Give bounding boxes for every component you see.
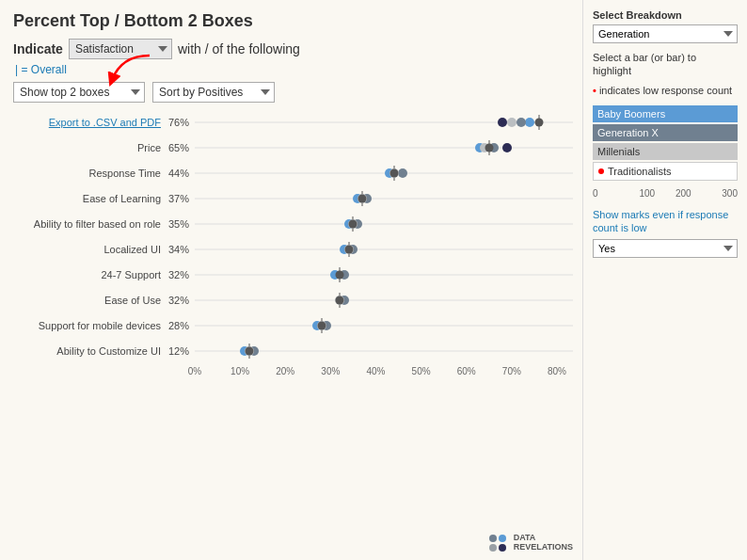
legend-generation-x[interactable]: Generation X: [593, 124, 738, 141]
dot-gx[interactable]: [398, 168, 407, 178]
row-pct: 35%: [168, 218, 195, 230]
x-axis-label: 50%: [412, 366, 431, 376]
row-pct: 32%: [168, 295, 195, 306]
x-axis-label: 80%: [548, 366, 566, 376]
dot-mil[interactable]: [507, 118, 517, 127]
row-pct: 37%: [168, 193, 195, 204]
x-axis-label: 60%: [457, 366, 476, 376]
row-bar-area: [195, 163, 573, 184]
select-breakdown-title: Select Breakdown: [593, 9, 738, 21]
legend-traditionalists[interactable]: Traditionalists: [593, 162, 738, 181]
row-label: Export to .CSV and PDF: [13, 117, 168, 128]
x-axis-label: 0%: [188, 366, 201, 376]
row-label: Ease of Use: [13, 295, 168, 306]
row-bar-area: [195, 188, 573, 209]
row-bar-area: [195, 214, 573, 234]
row-label: Price: [13, 142, 168, 153]
page-title: Percent Top / Bottom 2 Boxes: [13, 11, 573, 31]
row-pct: 32%: [168, 269, 195, 280]
dot-overall[interactable]: [344, 246, 353, 254]
row-label: Ability to filter based on role: [13, 218, 168, 230]
row-label: Response Time: [13, 168, 168, 179]
row-label: Localized UI: [13, 244, 168, 255]
dot-overall[interactable]: [317, 322, 326, 330]
chart-row[interactable]: 24-7 Support32%: [13, 264, 573, 285]
row-pct: 12%: [168, 345, 195, 357]
low-indicator: • indicates low response count: [593, 84, 738, 98]
chart-row[interactable]: Ease of Learning37%: [13, 188, 573, 209]
dot-overall[interactable]: [358, 195, 367, 203]
chart-row[interactable]: Response Time44%: [13, 163, 573, 184]
chart-row[interactable]: Price65%: [13, 137, 573, 158]
dot-overall[interactable]: [534, 119, 543, 127]
dot-bb[interactable]: [525, 118, 534, 127]
row-bar-area: [195, 264, 573, 285]
row-bar-area: [195, 112, 573, 133]
chart-row[interactable]: Ease of Use32%: [13, 290, 573, 311]
row-bar-area: [195, 290, 573, 311]
sort-by-positives-select[interactable]: Sort by Positives: [152, 82, 275, 103]
logo-dots: [489, 535, 510, 552]
x-axis-label: 20%: [276, 366, 294, 376]
row-bar-area: [195, 315, 573, 336]
select-bar-label: Select a bar (or bar) to highlight: [593, 51, 738, 78]
trad-red-dot: [598, 168, 604, 174]
logo-text: DATAREVELATIONS: [514, 534, 573, 552]
row-pct: 44%: [168, 168, 195, 179]
x-axis-label: 10%: [230, 366, 249, 376]
controls-row: Indicate Satisfaction with / of the foll…: [13, 39, 573, 59]
row-pct: 28%: [168, 320, 195, 331]
chart-row[interactable]: Ability to filter based on role35%: [13, 214, 573, 234]
logo-dot-2: [499, 535, 506, 542]
logo-dot-1: [489, 535, 497, 542]
row-label: Support for mobile devices: [13, 320, 168, 331]
x-axis-label: 40%: [366, 366, 385, 376]
x-axis-label: 30%: [321, 366, 340, 376]
dot-overall[interactable]: [336, 296, 344, 305]
left-panel: Percent Top / Bottom 2 Boxes Indicate Sa…: [0, 0, 582, 560]
bottom-logo: DATAREVELATIONS: [489, 534, 573, 552]
dot-gx[interactable]: [517, 118, 526, 127]
row-bar-area: [195, 137, 573, 158]
arrow-indicator: [103, 54, 159, 89]
low-indicator-dot: •: [593, 85, 596, 96]
indicate-label: Indicate: [13, 41, 63, 56]
with-label: with / of the following: [178, 41, 300, 56]
dot-overall[interactable]: [245, 347, 253, 356]
legend-baby-boomers[interactable]: Baby Boomers: [593, 105, 738, 122]
logo-dot-3: [489, 544, 497, 552]
row-label: Ability to Customize UI: [13, 345, 168, 357]
row-pct: 65%: [168, 142, 195, 153]
x-axis-label: 70%: [502, 366, 521, 376]
dot-trad[interactable]: [502, 143, 512, 152]
rp-scale: 0 100 200 300: [593, 188, 738, 199]
show-marks-select[interactable]: Yes: [593, 239, 738, 258]
row-pct: 34%: [168, 244, 195, 255]
x-axis-row: 0%10%20%30%40%50%60%70%80%: [13, 366, 573, 381]
chart-row[interactable]: Export to .CSV and PDF76%: [13, 112, 573, 133]
row-label: Ease of Learning: [13, 193, 168, 204]
dot-overall[interactable]: [485, 144, 493, 152]
row-pct: 76%: [168, 117, 195, 128]
legend-items: Baby Boomers Generation X Millenials Tra…: [593, 105, 738, 181]
chart-row[interactable]: Localized UI34%: [13, 239, 573, 260]
dot-trad[interactable]: [498, 118, 507, 127]
chart-row[interactable]: Ability to Customize UI12%: [13, 341, 573, 361]
show-marks-label: Show marks even if response count is low: [593, 208, 738, 235]
logo-dot-4: [499, 544, 506, 552]
dot-overall[interactable]: [349, 220, 358, 229]
generation-select[interactable]: Generation: [593, 24, 738, 43]
row-label: 24-7 Support: [13, 269, 168, 280]
overall-row: | = Overall: [13, 63, 573, 76]
legend-millenials[interactable]: Millenials: [593, 143, 738, 160]
chart-area: Export to .CSV and PDF76%Price65%Respons…: [13, 112, 573, 361]
chart-row[interactable]: Support for mobile devices28%: [13, 315, 573, 336]
row-bar-area: [195, 341, 573, 361]
dot-overall[interactable]: [336, 271, 344, 280]
right-panel: Select Breakdown Generation Select a bar…: [582, 0, 747, 560]
dropdowns-row: Show top 2 boxes Sort by Positives: [13, 82, 573, 103]
dot-overall[interactable]: [389, 169, 398, 178]
row-bar-area: [195, 239, 573, 260]
